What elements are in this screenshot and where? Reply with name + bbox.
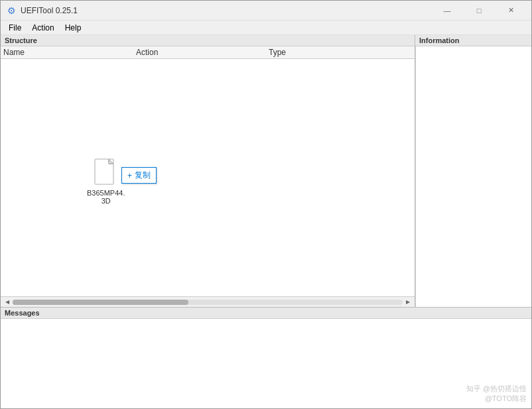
structure-content[interactable]: B365MP44.3D + 复制 <box>1 59 415 296</box>
maximize-button[interactable]: □ <box>464 1 494 21</box>
scroll-thumb[interactable] <box>13 300 188 305</box>
structure-panel: Structure Name Action Type B365MP44.3D <box>1 35 415 307</box>
menu-action[interactable]: Action <box>27 22 59 34</box>
minimize-button[interactable]: — <box>432 1 462 21</box>
structure-columns: Name Action Type <box>1 46 415 59</box>
close-button[interactable]: ✕ <box>496 1 526 21</box>
app-title: UEFITool 0.25.1 <box>21 6 432 15</box>
scroll-track[interactable] <box>13 300 403 305</box>
scroll-right-arrow[interactable]: ▶ <box>403 297 413 308</box>
column-type: Type <box>269 48 401 57</box>
copy-text: 复制 <box>135 170 151 181</box>
horizontal-scrollbar[interactable]: ◀ ▶ <box>1 296 415 307</box>
info-panel: Information <box>415 35 531 307</box>
column-action: Action <box>136 48 269 57</box>
app-icon: ⚙ <box>6 5 17 16</box>
file-icon <box>94 158 118 188</box>
scroll-left-arrow[interactable]: ◀ <box>2 297 13 308</box>
copy-plus: + <box>127 171 132 180</box>
structure-header: Structure <box>1 35 415 46</box>
menu-help[interactable]: Help <box>60 22 87 34</box>
column-name: Name <box>3 48 136 57</box>
main-layout: Structure Name Action Type B365MP44.3D <box>1 35 531 409</box>
menu-file[interactable]: File <box>3 22 27 34</box>
info-header: Information <box>415 35 531 46</box>
file-label: B365MP44.3D <box>87 189 125 205</box>
messages-section: Messages <box>1 307 531 409</box>
info-content <box>415 46 531 307</box>
file-item[interactable]: B365MP44.3D <box>87 158 125 205</box>
window-controls: — □ ✕ <box>432 1 526 21</box>
top-section: Structure Name Action Type B365MP44.3D <box>1 35 531 307</box>
titlebar: ⚙ UEFITool 0.25.1 — □ ✕ <box>1 1 531 21</box>
copy-tooltip: + 复制 <box>121 167 157 184</box>
messages-content[interactable] <box>1 319 531 409</box>
messages-header: Messages <box>1 308 531 319</box>
menubar: File Action Help <box>1 21 531 35</box>
